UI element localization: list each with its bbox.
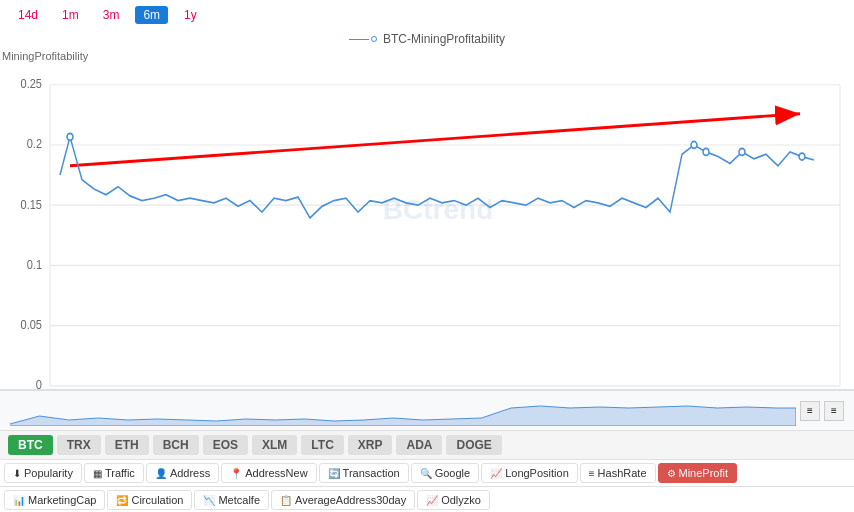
svg-text:0.25: 0.25 [21, 76, 43, 91]
watermark: BCtrend [383, 194, 493, 226]
popularity-icon: ⬇ [13, 468, 21, 479]
svg-point-24 [67, 133, 73, 140]
circulation-label: Circulation [131, 494, 183, 506]
time-btn-3m[interactable]: 3m [95, 6, 128, 24]
svg-text:0.2: 0.2 [27, 137, 43, 152]
svg-text:0.15: 0.15 [21, 197, 43, 212]
coin-tab-eth[interactable]: ETH [105, 435, 149, 455]
transaction-icon: 🔄 [328, 468, 340, 479]
google-label: Google [435, 467, 470, 479]
metric-tab-address[interactable]: 👤 Address [146, 463, 219, 483]
metric-tab-longposition[interactable]: 📈 LongPosition [481, 463, 578, 483]
metric-tab-circulation[interactable]: 🔁 Circulation [107, 490, 192, 510]
avgaddress30-label: AverageAddress30day [295, 494, 406, 506]
transaction-label: Transaction [343, 467, 400, 479]
metric-tab-hashrate[interactable]: ≡ HashRate [580, 463, 656, 483]
metric-tab-google[interactable]: 🔍 Google [411, 463, 479, 483]
coin-tab-doge[interactable]: DOGE [446, 435, 501, 455]
longposition-icon: 📈 [490, 468, 502, 479]
minimap: ≡ ≡ [0, 390, 854, 430]
svg-line-23 [70, 114, 800, 166]
zoom-out-btn[interactable]: ≡ [800, 401, 820, 421]
chart-container: BTC-MiningProfitability MiningProfitabil… [0, 30, 854, 390]
addressnew-label: AddressNew [245, 467, 307, 479]
coin-tab-ltc[interactable]: LTC [301, 435, 343, 455]
svg-point-28 [799, 153, 805, 160]
address-label: Address [170, 467, 210, 479]
coin-tab-ada[interactable]: ADA [396, 435, 442, 455]
circulation-icon: 🔁 [116, 495, 128, 506]
chart-svg: 0.25 0.2 0.15 0.1 0.05 0 2019/01/11 2019… [0, 50, 854, 409]
metric-tab-traffic[interactable]: ▦ Traffic [84, 463, 144, 483]
coin-tab-trx[interactable]: TRX [57, 435, 101, 455]
mineprofit-label: MineProfit [679, 467, 729, 479]
svg-point-26 [703, 148, 709, 155]
svg-point-25 [691, 141, 697, 148]
time-range-bar: 14d 1m 3m 6m 1y [0, 0, 854, 30]
hashrate-icon: ≡ [589, 468, 595, 479]
marketingcap-label: MarketingCap [28, 494, 96, 506]
traffic-label: Traffic [105, 467, 135, 479]
svg-text:0.1: 0.1 [27, 257, 43, 272]
time-btn-6m[interactable]: 6m [135, 6, 168, 24]
y-axis-label: MiningProfitability [2, 50, 88, 62]
longposition-label: LongPosition [505, 467, 569, 479]
metric-tab-avgaddress30[interactable]: 📋 AverageAddress30day [271, 490, 415, 510]
coin-tab-bch[interactable]: BCH [153, 435, 199, 455]
address-icon: 👤 [155, 468, 167, 479]
metric-tab-popularity[interactable]: ⬇ Popularity [4, 463, 82, 483]
metric-tabs-row1: ⬇ Popularity ▦ Traffic 👤 Address 📍 Addre… [0, 460, 854, 487]
coin-tab-xlm[interactable]: XLM [252, 435, 297, 455]
time-btn-1y[interactable]: 1y [176, 6, 205, 24]
metric-tab-marketingcap[interactable]: 📊 MarketingCap [4, 490, 105, 510]
minimap-content[interactable] [10, 396, 796, 426]
metric-tab-odlyzko[interactable]: 📈 Odlyzko [417, 490, 490, 510]
metcalfe-label: Metcalfe [218, 494, 260, 506]
zoom-in-btn[interactable]: ≡ [824, 401, 844, 421]
minimap-controls: ≡ ≡ [800, 401, 844, 421]
avgaddress30-icon: 📋 [280, 495, 292, 506]
time-btn-14d[interactable]: 14d [10, 6, 46, 24]
popularity-label: Popularity [24, 467, 73, 479]
mineprofit-icon: ⚙ [667, 468, 676, 479]
time-btn-1m[interactable]: 1m [54, 6, 87, 24]
metcalfe-icon: 📉 [203, 495, 215, 506]
traffic-icon: ▦ [93, 468, 102, 479]
marketingcap-icon: 📊 [13, 495, 25, 506]
coin-tabs: BTC TRX ETH BCH EOS XLM LTC XRP ADA DOGE [0, 430, 854, 460]
metric-tab-transaction[interactable]: 🔄 Transaction [319, 463, 409, 483]
metric-tab-metcalfe[interactable]: 📉 Metcalfe [194, 490, 269, 510]
metric-tabs-row2: 📊 MarketingCap 🔁 Circulation 📉 Metcalfe … [0, 487, 854, 512]
odlyzko-icon: 📈 [426, 495, 438, 506]
addressnew-icon: 📍 [230, 468, 242, 479]
coin-tab-eos[interactable]: EOS [203, 435, 248, 455]
svg-text:0.05: 0.05 [21, 317, 43, 332]
metric-tab-mineprofit[interactable]: ⚙ MineProfit [658, 463, 738, 483]
google-icon: 🔍 [420, 468, 432, 479]
svg-point-27 [739, 148, 745, 155]
coin-tab-btc[interactable]: BTC [8, 435, 53, 455]
legend-label: BTC-MiningProfitability [383, 32, 505, 46]
metric-tab-addressnew[interactable]: 📍 AddressNew [221, 463, 316, 483]
hashrate-label: HashRate [598, 467, 647, 479]
legend: BTC-MiningProfitability [0, 30, 854, 50]
odlyzko-label: Odlyzko [441, 494, 481, 506]
coin-tab-xrp[interactable]: XRP [348, 435, 393, 455]
